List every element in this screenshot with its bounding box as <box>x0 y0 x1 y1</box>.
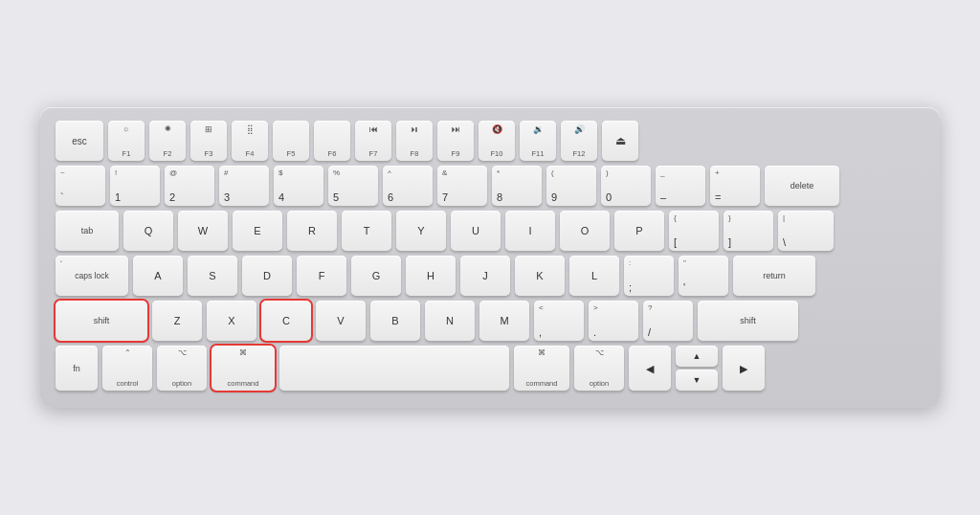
key-tab[interactable]: tab <box>56 211 119 251</box>
key-fn[interactable]: fn <box>56 346 98 391</box>
key-n[interactable]: N <box>425 301 475 341</box>
key-period[interactable]: > . <box>589 301 638 341</box>
key-4[interactable]: $ 4 <box>274 166 323 206</box>
key-f6[interactable]: F6 <box>314 121 350 161</box>
num-row: ~ ` ! 1 @ 2 # 3 $ 4 % 5 <box>56 166 924 206</box>
key-eject[interactable]: ⏏ <box>602 121 638 161</box>
key-command-right[interactable]: ⌘ command <box>514 346 569 391</box>
key-e[interactable]: E <box>233 211 282 251</box>
key-comma[interactable]: < , <box>534 301 584 341</box>
key-u[interactable]: U <box>451 211 501 251</box>
key-f12[interactable]: 🔊 F12 <box>561 121 597 161</box>
key-control[interactable]: ⌃ control <box>102 346 152 391</box>
key-option-right[interactable]: ⌥ option <box>574 346 624 391</box>
key-k[interactable]: K <box>515 256 565 296</box>
key-5[interactable]: % 5 <box>328 166 378 206</box>
key-arrow-up[interactable]: ▲ <box>676 346 718 367</box>
key-y[interactable]: Y <box>396 211 446 251</box>
key-semicolon[interactable]: : ; <box>624 256 674 296</box>
key-z[interactable]: Z <box>152 301 202 341</box>
key-slash[interactable]: ? / <box>643 301 693 341</box>
keyboard-rows: esc ☼ F1 ✺ F2 ⊞ F3 ⣿ F4 F5 F6 <box>56 121 924 391</box>
keyboard: esc ☼ F1 ✺ F2 ⊞ F3 ⣿ F4 F5 F6 <box>40 107 940 408</box>
key-rbracket[interactable]: } ] <box>724 211 773 251</box>
key-r[interactable]: R <box>287 211 337 251</box>
key-3[interactable]: # 3 <box>219 166 269 206</box>
modifier-row: fn ⌃ control ⌥ option ⌘ command ⌘ comman… <box>56 346 924 391</box>
key-p[interactable]: P <box>614 211 664 251</box>
key-9[interactable]: ( 9 <box>546 166 596 206</box>
key-l[interactable]: L <box>569 256 619 296</box>
key-option-left[interactable]: ⌥ option <box>157 346 207 391</box>
key-f1[interactable]: ☼ F1 <box>108 121 145 161</box>
key-f11[interactable]: 🔉 F11 <box>520 121 556 161</box>
key-f2[interactable]: ✺ F2 <box>149 121 186 161</box>
arrow-ud-cluster: ▲ ▼ <box>676 346 718 391</box>
fn-row: esc ☼ F1 ✺ F2 ⊞ F3 ⣿ F4 F5 F6 <box>56 121 924 161</box>
key-q[interactable]: Q <box>123 211 173 251</box>
key-a[interactable]: A <box>133 256 183 296</box>
key-t[interactable]: T <box>342 211 391 251</box>
key-w[interactable]: W <box>178 211 228 251</box>
key-capslock[interactable]: • caps lock <box>56 256 128 296</box>
key-backtick[interactable]: ~ ` <box>56 166 105 206</box>
key-c[interactable]: C <box>261 301 311 341</box>
key-m[interactable]: M <box>479 301 529 341</box>
key-shift-left[interactable]: shift <box>56 301 147 341</box>
key-arrow-right[interactable]: ▶ <box>723 346 765 391</box>
caps-row: • caps lock A S D F G H J K L : ; " ' re… <box>56 256 924 296</box>
key-0[interactable]: ) 0 <box>601 166 651 206</box>
key-x[interactable]: X <box>207 301 256 341</box>
key-arrow-left[interactable]: ◀ <box>629 346 671 391</box>
key-esc[interactable]: esc <box>56 121 103 161</box>
key-shift-right[interactable]: shift <box>698 301 798 341</box>
key-2[interactable]: @ 2 <box>165 166 214 206</box>
key-b[interactable]: B <box>370 301 420 341</box>
key-f[interactable]: F <box>297 256 346 296</box>
key-j[interactable]: J <box>460 256 510 296</box>
key-spacebar[interactable] <box>279 346 509 391</box>
key-d[interactable]: D <box>242 256 292 296</box>
key-s[interactable]: S <box>188 256 237 296</box>
key-f9[interactable]: ⏭ F9 <box>437 121 474 161</box>
key-8[interactable]: * 8 <box>492 166 542 206</box>
key-6[interactable]: ^ 6 <box>383 166 433 206</box>
key-7[interactable]: & 7 <box>437 166 487 206</box>
key-f7[interactable]: ⏮ F7 <box>355 121 391 161</box>
key-f5[interactable]: F5 <box>273 121 309 161</box>
key-equals[interactable]: + = <box>710 166 760 206</box>
key-lbracket[interactable]: { [ <box>669 211 719 251</box>
key-return[interactable]: return <box>733 256 815 296</box>
key-o[interactable]: O <box>560 211 610 251</box>
key-minus[interactable]: _ – <box>656 166 705 206</box>
key-1[interactable]: ! 1 <box>110 166 160 206</box>
key-i[interactable]: I <box>505 211 555 251</box>
shift-row: shift Z X C V B N M < , > . ? / shift <box>56 301 924 341</box>
key-g[interactable]: G <box>351 256 401 296</box>
key-f4[interactable]: ⣿ F4 <box>232 121 268 161</box>
key-h[interactable]: H <box>406 256 456 296</box>
key-f10[interactable]: 🔇 F10 <box>479 121 515 161</box>
key-delete[interactable]: delete <box>765 166 839 206</box>
key-arrow-down[interactable]: ▼ <box>676 369 718 391</box>
key-backslash[interactable]: | \ <box>778 211 834 251</box>
key-f8[interactable]: ⏯ F8 <box>396 121 433 161</box>
tab-row: tab Q W E R T Y U I O P { [ } ] | \ <box>56 211 924 251</box>
key-v[interactable]: V <box>316 301 366 341</box>
key-command-left[interactable]: ⌘ command <box>212 346 275 391</box>
key-f3[interactable]: ⊞ F3 <box>190 121 227 161</box>
key-quote[interactable]: " ' <box>679 256 728 296</box>
